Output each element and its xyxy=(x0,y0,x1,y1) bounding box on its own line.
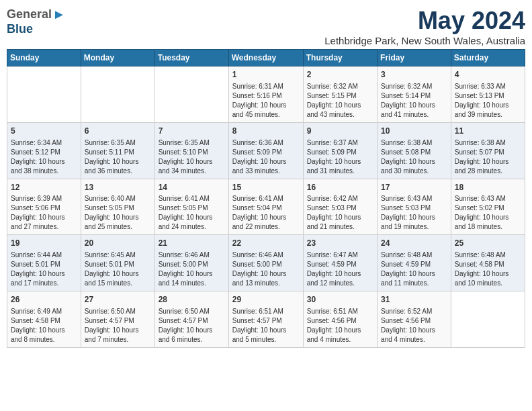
calendar-cell: 13Sunrise: 6:40 AMSunset: 5:05 PMDayligh… xyxy=(81,179,154,235)
cell-sun-info: Sunrise: 6:40 AMSunset: 5:05 PMDaylight:… xyxy=(85,194,151,232)
cell-sun-info: Sunrise: 6:43 AMSunset: 5:03 PMDaylight:… xyxy=(381,194,447,232)
day-number: 4 xyxy=(455,69,521,81)
day-number: 5 xyxy=(11,126,77,137)
day-number: 30 xyxy=(307,294,373,306)
cell-sun-info: Sunrise: 6:35 AMSunset: 5:11 PMDaylight:… xyxy=(85,138,151,176)
calendar-cell: 14Sunrise: 6:41 AMSunset: 5:05 PMDayligh… xyxy=(154,179,228,235)
cell-sun-info: Sunrise: 6:49 AMSunset: 4:58 PMDaylight:… xyxy=(11,307,77,345)
cell-sun-info: Sunrise: 6:41 AMSunset: 5:05 PMDaylight:… xyxy=(159,194,225,232)
calendar-cell: 24Sunrise: 6:48 AMSunset: 4:59 PMDayligh… xyxy=(378,235,451,291)
weekday-header-monday: Monday xyxy=(81,50,154,66)
day-number: 27 xyxy=(85,294,151,306)
logo-text-general: General xyxy=(7,7,52,21)
cell-sun-info: Sunrise: 6:51 AMSunset: 4:56 PMDaylight:… xyxy=(307,307,373,345)
day-number: 25 xyxy=(455,238,521,249)
cell-sun-info: Sunrise: 6:41 AMSunset: 5:04 PMDaylight:… xyxy=(232,194,300,232)
calendar-cell: 19Sunrise: 6:44 AMSunset: 5:01 PMDayligh… xyxy=(7,235,81,291)
location-title: Lethbridge Park, New South Wales, Austra… xyxy=(324,35,525,46)
calendar-cell: 6Sunrise: 6:35 AMSunset: 5:11 PMDaylight… xyxy=(81,122,154,179)
day-number: 16 xyxy=(307,182,373,193)
calendar-cell: 5Sunrise: 6:34 AMSunset: 5:12 PMDaylight… xyxy=(7,122,81,179)
day-number: 14 xyxy=(159,182,225,193)
day-number: 3 xyxy=(381,69,447,81)
title-area: May 2024 Lethbridge Park, New South Wale… xyxy=(324,7,525,46)
calendar-cell: 26Sunrise: 6:49 AMSunset: 4:58 PMDayligh… xyxy=(7,291,81,348)
calendar-cell: 29Sunrise: 6:51 AMSunset: 4:57 PMDayligh… xyxy=(228,291,303,348)
calendar-cell: 11Sunrise: 6:38 AMSunset: 5:07 PMDayligh… xyxy=(451,122,525,179)
calendar-cell: 7Sunrise: 6:35 AMSunset: 5:10 PMDaylight… xyxy=(154,122,228,179)
calendar-cell xyxy=(81,66,154,123)
cell-sun-info: Sunrise: 6:46 AMSunset: 5:00 PMDaylight:… xyxy=(232,250,300,288)
cell-sun-info: Sunrise: 6:39 AMSunset: 5:06 PMDaylight:… xyxy=(11,194,77,232)
cell-sun-info: Sunrise: 6:35 AMSunset: 5:10 PMDaylight:… xyxy=(159,138,225,176)
cell-sun-info: Sunrise: 6:51 AMSunset: 4:57 PMDaylight:… xyxy=(232,307,300,345)
day-number: 2 xyxy=(307,69,373,81)
cell-sun-info: Sunrise: 6:52 AMSunset: 4:56 PMDaylight:… xyxy=(381,307,447,345)
cell-sun-info: Sunrise: 6:50 AMSunset: 4:57 PMDaylight:… xyxy=(159,307,225,345)
day-number: 1 xyxy=(232,69,300,81)
calendar-cell: 2Sunrise: 6:32 AMSunset: 5:15 PMDaylight… xyxy=(303,66,377,123)
day-number: 24 xyxy=(381,238,447,249)
calendar-cell: 3Sunrise: 6:32 AMSunset: 5:14 PMDaylight… xyxy=(378,66,451,123)
calendar-header-row: SundayMondayTuesdayWednesdayThursdayFrid… xyxy=(7,50,525,66)
day-number: 9 xyxy=(307,126,373,137)
cell-sun-info: Sunrise: 6:33 AMSunset: 5:13 PMDaylight:… xyxy=(455,82,521,120)
weekday-header-tuesday: Tuesday xyxy=(154,50,228,66)
day-number: 28 xyxy=(159,294,225,306)
cell-sun-info: Sunrise: 6:47 AMSunset: 4:59 PMDaylight:… xyxy=(307,250,373,288)
header: General ► Blue May 2024 Lethbridge Park,… xyxy=(7,7,525,46)
cell-sun-info: Sunrise: 6:37 AMSunset: 5:09 PMDaylight:… xyxy=(307,138,373,176)
calendar-week-2: 5Sunrise: 6:34 AMSunset: 5:12 PMDaylight… xyxy=(7,122,525,179)
day-number: 19 xyxy=(11,238,77,249)
calendar-cell: 28Sunrise: 6:50 AMSunset: 4:57 PMDayligh… xyxy=(154,291,228,348)
calendar-cell: 21Sunrise: 6:46 AMSunset: 5:00 PMDayligh… xyxy=(154,235,228,291)
weekday-header-sunday: Sunday xyxy=(7,50,81,66)
day-number: 13 xyxy=(85,182,151,193)
cell-sun-info: Sunrise: 6:46 AMSunset: 5:00 PMDaylight:… xyxy=(159,250,225,288)
cell-sun-info: Sunrise: 6:38 AMSunset: 5:08 PMDaylight:… xyxy=(381,138,447,176)
weekday-header-friday: Friday xyxy=(378,50,451,66)
calendar-cell xyxy=(7,66,81,123)
day-number: 6 xyxy=(85,126,151,137)
calendar-cell: 27Sunrise: 6:50 AMSunset: 4:57 PMDayligh… xyxy=(81,291,154,348)
cell-sun-info: Sunrise: 6:48 AMSunset: 4:58 PMDaylight:… xyxy=(455,250,521,288)
calendar-cell: 17Sunrise: 6:43 AMSunset: 5:03 PMDayligh… xyxy=(378,179,451,235)
cell-sun-info: Sunrise: 6:32 AMSunset: 5:14 PMDaylight:… xyxy=(381,82,447,120)
calendar-cell: 15Sunrise: 6:41 AMSunset: 5:04 PMDayligh… xyxy=(228,179,303,235)
weekday-header-saturday: Saturday xyxy=(451,50,525,66)
calendar-cell: 31Sunrise: 6:52 AMSunset: 4:56 PMDayligh… xyxy=(378,291,451,348)
calendar-table: SundayMondayTuesdayWednesdayThursdayFrid… xyxy=(7,49,525,348)
calendar-body: 1Sunrise: 6:31 AMSunset: 5:16 PMDaylight… xyxy=(7,66,525,348)
cell-sun-info: Sunrise: 6:31 AMSunset: 5:16 PMDaylight:… xyxy=(232,82,300,120)
day-number: 23 xyxy=(307,238,373,249)
calendar-cell xyxy=(154,66,228,123)
cell-sun-info: Sunrise: 6:45 AMSunset: 5:01 PMDaylight:… xyxy=(85,250,151,288)
cell-sun-info: Sunrise: 6:38 AMSunset: 5:07 PMDaylight:… xyxy=(455,138,521,176)
day-number: 17 xyxy=(381,182,447,193)
cell-sun-info: Sunrise: 6:32 AMSunset: 5:15 PMDaylight:… xyxy=(307,82,373,120)
day-number: 15 xyxy=(232,182,300,193)
calendar-cell: 10Sunrise: 6:38 AMSunset: 5:08 PMDayligh… xyxy=(378,122,451,179)
day-number: 26 xyxy=(11,294,77,306)
calendar-cell: 1Sunrise: 6:31 AMSunset: 5:16 PMDaylight… xyxy=(228,66,303,123)
calendar-cell: 18Sunrise: 6:43 AMSunset: 5:02 PMDayligh… xyxy=(451,179,525,235)
cell-sun-info: Sunrise: 6:48 AMSunset: 4:59 PMDaylight:… xyxy=(381,250,447,288)
day-number: 20 xyxy=(85,238,151,249)
calendar-week-5: 26Sunrise: 6:49 AMSunset: 4:58 PMDayligh… xyxy=(7,291,525,348)
day-number: 21 xyxy=(159,238,225,249)
calendar-cell: 16Sunrise: 6:42 AMSunset: 5:03 PMDayligh… xyxy=(303,179,377,235)
weekday-header-thursday: Thursday xyxy=(303,50,377,66)
logo: General ► Blue xyxy=(7,7,66,36)
day-number: 8 xyxy=(232,126,300,137)
calendar-cell: 4Sunrise: 6:33 AMSunset: 5:13 PMDaylight… xyxy=(451,66,525,123)
cell-sun-info: Sunrise: 6:50 AMSunset: 4:57 PMDaylight:… xyxy=(85,307,151,345)
calendar-cell: 9Sunrise: 6:37 AMSunset: 5:09 PMDaylight… xyxy=(303,122,377,179)
weekday-header-wednesday: Wednesday xyxy=(228,50,303,66)
day-number: 11 xyxy=(455,126,521,137)
cell-sun-info: Sunrise: 6:44 AMSunset: 5:01 PMDaylight:… xyxy=(11,250,77,288)
calendar-cell: 20Sunrise: 6:45 AMSunset: 5:01 PMDayligh… xyxy=(81,235,154,291)
calendar-week-3: 12Sunrise: 6:39 AMSunset: 5:06 PMDayligh… xyxy=(7,179,525,235)
cell-sun-info: Sunrise: 6:42 AMSunset: 5:03 PMDaylight:… xyxy=(307,194,373,232)
calendar-cell xyxy=(451,291,525,348)
day-number: 12 xyxy=(11,182,77,193)
